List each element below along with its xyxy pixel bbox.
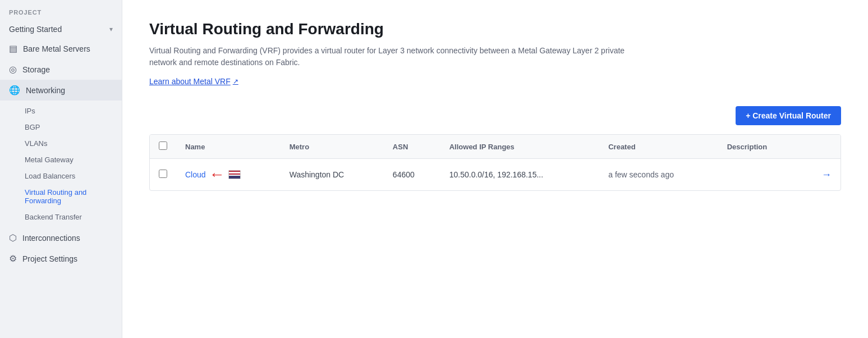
main-content: Virtual Routing and Forwarding Virtual R… <box>122 0 868 338</box>
sidebar-item-storage[interactable]: ◎ Storage <box>0 59 122 80</box>
learn-link[interactable]: Learn about Metal VRF ↗ <box>149 77 238 86</box>
sidebar-item-vlans[interactable]: VLANs <box>0 135 122 152</box>
row-asn: 64600 <box>384 159 440 191</box>
sidebar-item-bgp[interactable]: BGP <box>0 119 122 135</box>
header-allowed-ip: Allowed IP Ranges <box>440 135 599 159</box>
sidebar-item-load-balancers[interactable]: Load Balancers <box>0 168 122 184</box>
sidebar-item-label: Project Settings <box>22 254 77 263</box>
sidebar-item-bare-metal[interactable]: ▤ Bare Metal Servers <box>0 38 122 59</box>
sidebar-item-ips[interactable]: IPs <box>0 103 122 119</box>
toolbar: + Create Virtual Router <box>149 106 841 125</box>
header-metro: Metro <box>281 135 384 159</box>
networking-sub-menu: IPs BGP VLANs Metal Gateway Load Balance… <box>0 101 122 227</box>
sidebar-item-project-settings[interactable]: ⚙ Project Settings <box>0 248 122 269</box>
networking-icon: 🌐 <box>9 85 20 95</box>
sidebar-item-backend-transfer[interactable]: Backend Transfer <box>0 209 122 225</box>
header-actions <box>801 135 841 159</box>
sidebar-item-metal-gateway[interactable]: Metal Gateway <box>0 152 122 168</box>
metro-value: Washington DC <box>290 170 345 179</box>
learn-link-text: Learn about Metal VRF <box>149 77 231 86</box>
interconnections-icon: ⬡ <box>9 232 17 243</box>
row-navigate-arrow[interactable]: → <box>821 169 832 181</box>
allowed-ip-value: 10.50.0.0/16, 192.168.15... <box>449 170 543 179</box>
table-header-row: Name Metro ASN Allowed IP Ranges Created… <box>150 135 841 159</box>
sidebar-item-interconnections[interactable]: ⬡ Interconnections <box>0 227 122 248</box>
getting-started-label: Getting Started <box>9 25 62 34</box>
vrf-table: Name Metro ASN Allowed IP Ranges Created… <box>149 134 841 191</box>
row-metro: Washington DC <box>281 159 384 191</box>
server-icon: ▤ <box>9 43 17 54</box>
created-value: a few seconds ago <box>608 170 674 179</box>
sidebar-item-vrf[interactable]: Virtual Routing and Forwarding <box>0 184 122 209</box>
sidebar-item-label: Networking <box>26 86 65 95</box>
header-name: Name <box>176 135 281 159</box>
create-virtual-router-button[interactable]: + Create Virtual Router <box>736 106 841 125</box>
sidebar-item-label: Storage <box>22 65 50 74</box>
sidebar-item-getting-started[interactable]: Getting Started ▾ <box>0 20 122 38</box>
table-row: Cloud ← W <box>150 159 841 191</box>
sidebar-item-label: Interconnections <box>22 234 80 243</box>
storage-icon: ◎ <box>9 64 17 75</box>
gear-icon: ⚙ <box>9 253 17 264</box>
row-checkbox-cell <box>150 159 176 191</box>
external-link-icon: ↗ <box>233 77 238 85</box>
row-description <box>718 159 801 191</box>
row-created: a few seconds ago <box>599 159 718 191</box>
select-all-checkbox[interactable] <box>159 141 167 150</box>
vrf-name-link[interactable]: Cloud <box>185 170 206 179</box>
page-title: Virtual Routing and Forwarding <box>149 20 841 38</box>
header-checkbox-cell <box>150 135 176 159</box>
sidebar-item-label: Bare Metal Servers <box>23 44 90 53</box>
row-action-cell: → <box>801 159 841 191</box>
header-asn: ASN <box>384 135 440 159</box>
row-allowed-ip: 10.50.0.0/16, 192.168.15... <box>440 159 599 191</box>
asn-value: 64600 <box>393 170 415 179</box>
row-checkbox[interactable] <box>159 170 167 178</box>
header-description: Description <box>718 135 801 159</box>
chevron-down-icon: ▾ <box>109 25 113 33</box>
project-label: PROJECT <box>0 9 122 20</box>
red-arrow-annotation: ← <box>209 167 225 182</box>
header-created: Created <box>599 135 718 159</box>
us-flag-icon <box>228 170 241 179</box>
sidebar: PROJECT Getting Started ▾ ▤ Bare Metal S… <box>0 0 122 338</box>
row-name: Cloud ← <box>176 159 281 191</box>
sidebar-item-networking[interactable]: 🌐 Networking <box>0 80 122 101</box>
page-description: Virtual Routing and Forwarding (VRF) pro… <box>149 45 632 68</box>
